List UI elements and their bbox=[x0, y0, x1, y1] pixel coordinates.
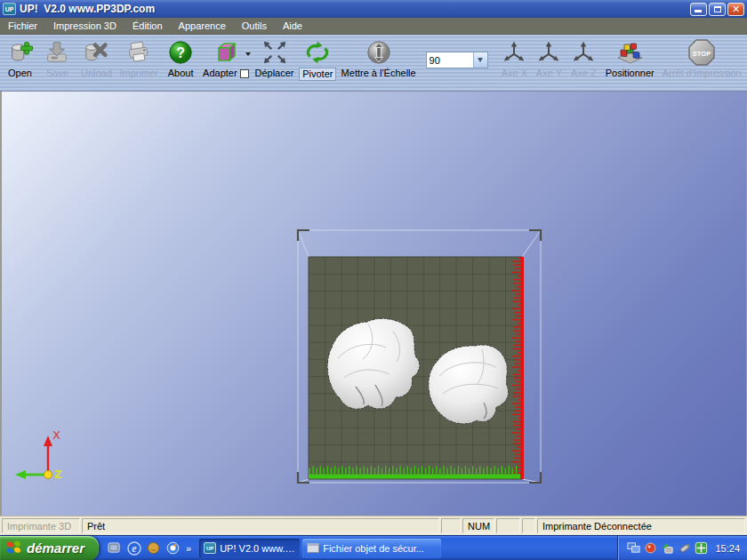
svg-text:e: e bbox=[132, 542, 137, 555]
internet-explorer-icon[interactable]: e bbox=[126, 540, 141, 556]
task-button-up[interactable]: UP UP! V2.0 www.PP3D... bbox=[199, 539, 300, 558]
about-label: About bbox=[168, 68, 194, 79]
adapter-dropdown-arrow[interactable] bbox=[245, 52, 251, 56]
menu-edition[interactable]: Édition bbox=[124, 18, 171, 34]
adapter-label: Adapter bbox=[203, 68, 237, 79]
quicklaunch-app-icon[interactable] bbox=[107, 540, 122, 556]
angle-input[interactable] bbox=[427, 52, 473, 68]
statusbar: Imprimante 3D Prêt NUM Imprimante Déconn… bbox=[0, 516, 747, 535]
unload-label: Unload bbox=[81, 68, 112, 79]
minimize-button[interactable] bbox=[690, 3, 707, 16]
arret-impression-button[interactable]: STOP Arrêt d'Impression bbox=[658, 36, 745, 88]
close-button[interactable]: ✕ bbox=[727, 3, 744, 16]
status-empty-panel-1 bbox=[441, 518, 461, 533]
deplacer-label: Déplacer bbox=[254, 68, 293, 79]
windows-logo-icon bbox=[7, 540, 22, 556]
task-button-fichier[interactable]: Fichier objet de sécur... bbox=[302, 539, 441, 558]
save-label: Save bbox=[46, 68, 68, 79]
status-empty-panel-3 bbox=[522, 518, 535, 533]
tray-network-icon[interactable] bbox=[627, 541, 640, 555]
up-app-icon: UP bbox=[204, 542, 216, 554]
save-icon bbox=[43, 38, 71, 67]
axe-y-button[interactable]: Axe Y bbox=[532, 36, 566, 88]
media-player-icon[interactable] bbox=[165, 540, 181, 556]
status-connection-panel: Imprimante Déconnectée bbox=[537, 518, 745, 533]
angle-combobox[interactable] bbox=[426, 52, 488, 68]
status-empty-panel-2 bbox=[496, 518, 520, 533]
axis-z-icon bbox=[569, 38, 598, 67]
arret-impression-label: Arrêt d'Impression bbox=[663, 68, 742, 79]
rotate-icon bbox=[303, 38, 332, 67]
menu-outils[interactable]: Outils bbox=[234, 18, 275, 34]
printer-icon bbox=[124, 38, 153, 67]
pivoter-label: Pivoter bbox=[299, 68, 336, 81]
open-icon bbox=[6, 38, 35, 67]
svg-text:STOP: STOP bbox=[693, 50, 711, 58]
adapter-checkbox[interactable] bbox=[240, 69, 249, 78]
axe-z-button[interactable]: Axe Z bbox=[566, 36, 601, 88]
restore-button[interactable] bbox=[709, 3, 726, 16]
menu-impression-3d[interactable]: Impression 3D bbox=[45, 18, 124, 34]
echelle-button[interactable]: Mettre à l'Échelle bbox=[339, 36, 419, 88]
minimize-icon bbox=[695, 10, 702, 12]
status-printer-panel: Imprimante 3D bbox=[2, 518, 80, 533]
save-button[interactable]: Save bbox=[38, 36, 76, 88]
3d-scene: X Z bbox=[2, 92, 746, 516]
axe-z-label: Axe Z bbox=[571, 68, 597, 79]
titlebar: UP UP! V2.0 www.PP3DP.com ✕ bbox=[0, 0, 747, 18]
about-icon: ? bbox=[166, 38, 195, 67]
restore-icon bbox=[714, 6, 721, 12]
positionner-button[interactable]: Positionner bbox=[601, 36, 658, 88]
close-icon: ✕ bbox=[732, 4, 740, 14]
3d-viewport[interactable]: X Z bbox=[0, 92, 747, 516]
axis-x-label: X bbox=[52, 428, 60, 442]
axe-x-label: Axe X bbox=[502, 68, 527, 79]
axis-y-icon bbox=[534, 38, 563, 67]
status-ready-panel: Prêt bbox=[82, 518, 439, 533]
app-icon: UP bbox=[3, 3, 16, 15]
adapter-cube-icon bbox=[212, 38, 240, 67]
status-num-panel: NUM bbox=[462, 518, 494, 533]
move-arrows-icon bbox=[261, 38, 289, 67]
about-button[interactable]: ? About bbox=[162, 36, 200, 88]
unload-button[interactable]: Unload bbox=[76, 36, 116, 88]
axis-x-icon bbox=[500, 38, 528, 67]
open-button[interactable]: Open bbox=[2, 36, 38, 88]
positionner-label: Positionner bbox=[606, 68, 655, 79]
adapter-button[interactable]: Adapter bbox=[200, 36, 253, 88]
unload-icon bbox=[82, 38, 110, 67]
tray-volume-icon[interactable] bbox=[644, 541, 657, 555]
open-label: Open bbox=[8, 68, 32, 79]
toolbar: Open Save Un bbox=[0, 35, 747, 92]
tray-usb-remove-icon[interactable] bbox=[661, 541, 674, 555]
menubar: Fichier Impression 3D Édition Apparence … bbox=[0, 18, 747, 35]
imprimer-button[interactable]: Imprimer bbox=[116, 36, 162, 88]
combo-dropdown-button[interactable] bbox=[473, 52, 487, 68]
start-button[interactable]: démarrer bbox=[0, 536, 99, 560]
axis-z-label: Z bbox=[54, 468, 62, 481]
system-tray: 15:24 bbox=[617, 536, 747, 560]
quick-launch-bar: e » bbox=[99, 536, 197, 560]
svg-text:?: ? bbox=[176, 45, 185, 60]
file-window-icon bbox=[307, 543, 319, 553]
menu-aide[interactable]: Aide bbox=[275, 18, 310, 34]
start-label: démarrer bbox=[27, 540, 84, 556]
axe-x-button[interactable]: Axe X bbox=[497, 36, 532, 88]
media-app-icon[interactable] bbox=[146, 540, 161, 556]
quicklaunch-overflow-chevron[interactable]: » bbox=[186, 543, 191, 554]
blocks-icon bbox=[615, 38, 644, 67]
menu-apparence[interactable]: Apparence bbox=[171, 18, 234, 34]
app-window: UP UP! V2.0 www.PP3DP.com ✕ Fichier Impr… bbox=[0, 0, 747, 535]
scale-icon bbox=[365, 38, 393, 67]
pivoter-button[interactable]: Pivoter bbox=[297, 36, 339, 88]
imprimer-label: Imprimer bbox=[120, 68, 158, 79]
deplacer-button[interactable]: Déplacer bbox=[252, 36, 297, 88]
menu-fichier[interactable]: Fichier bbox=[0, 18, 45, 34]
tray-app-icon[interactable] bbox=[695, 541, 708, 555]
tray-device-icon[interactable] bbox=[678, 541, 691, 555]
clock: 15:24 bbox=[715, 543, 740, 554]
stop-icon: STOP bbox=[687, 38, 716, 67]
window-title: UP! V2.0 www.PP3DP.com bbox=[20, 3, 688, 15]
axis-gizmo: X Z bbox=[15, 428, 62, 481]
axe-y-label: Axe Y bbox=[536, 68, 562, 79]
